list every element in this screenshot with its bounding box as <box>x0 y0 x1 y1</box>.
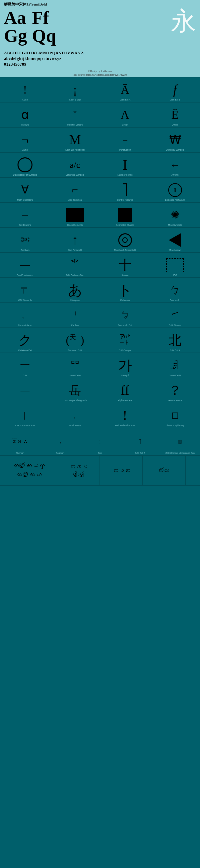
symbol-boxdrawing: ─ <box>22 211 28 219</box>
symbol-alphabeticpf: ff <box>121 384 129 397</box>
symbol-numberforms: I <box>123 158 127 172</box>
label-boxdrawing: Box Drawing <box>0 224 50 226</box>
digits: 0123456789 <box>4 62 196 67</box>
symbol-smallforms: ﹐ <box>72 412 79 419</box>
header-section: 狮尾简中宋体JP SemiBold Aa Gg Ff Qq 永 <box>0 0 200 49</box>
font-title: 狮尾简中宋体JP SemiBold <box>4 2 196 7</box>
grid-cell-misctech: ⌐ Misc Technical <box>50 178 100 203</box>
grid-cell-numberforms: I Number Forms <box>100 152 150 178</box>
symbol-geomshapes <box>118 208 132 222</box>
grid-cell-latin1sup: ¡ Latin 1 Sup <box>50 77 100 102</box>
label-skri: Skri <box>80 452 120 454</box>
label-greek: Greek <box>100 124 150 126</box>
grid-cell-halfandfull: ！ Half And Full Forms <box>100 403 150 428</box>
grid-cell-cyrillic: Ë Cyrillic <box>150 102 200 127</box>
script-cell-cjkextb: 𠀀 CJK Ext B <box>120 428 160 456</box>
grid-cell-kanbun: ㆐ Kanbun <box>50 303 100 328</box>
label-ascii: ASCII <box>0 98 50 101</box>
symbol-miscmathb <box>118 233 132 247</box>
grid-cell-suppunct: —— Sup Punctuation <box>0 253 50 278</box>
grid-cell-ipaext: ɑ IPA Ext <box>0 102 50 127</box>
symbol-cjksymbols: 〒 <box>20 285 30 295</box>
label-dingbats: Dingbats <box>0 249 50 251</box>
symbol-latin1sup: ¡ <box>73 84 77 96</box>
label-jamoexta: Jamo Ext A <box>50 374 100 377</box>
grid-cell-cjkcompatforms: ︱ CJK Compat Forms <box>0 403 50 428</box>
grid-cell-dingbats: ✄ Dingbats <box>0 227 50 253</box>
symbol-enclosedal: 1 <box>168 183 182 197</box>
grid-cell-diacriticals: Diacriticals For Symbols <box>0 152 50 178</box>
label-katakanaext: Katakana Ext <box>0 349 50 351</box>
grid-cell-arrows: ← Arrows <box>150 152 200 178</box>
symbol-diacriticals <box>17 157 33 173</box>
script-cell-skri: ! Skri <box>80 428 120 456</box>
grid-cell-idc: IDC <box>150 253 200 278</box>
grid-cell-punctuation: – Punctuation <box>100 127 150 152</box>
label-latinextadd: Latin Ext Additional <box>50 149 100 151</box>
symbol-mathops: ∀ <box>21 184 29 195</box>
symbol-hangul: 가 <box>118 358 132 372</box>
glyph-grid: ! ASCII ¡ Latin 1 Sup Ā Latin Ext A f La… <box>0 77 200 428</box>
final-symbol-3: ꩡꩢꩣ <box>112 467 130 474</box>
grid-cell-verticalforms: ？ Vertical Forms <box>150 378 200 403</box>
label-cjkstrokes: CJK Strokes <box>150 324 200 327</box>
label-geomshapes: Geometric Shapes <box>100 224 150 226</box>
script-row-1: 𑀃𑀅𑀇 Shenian ، Sogdian ! Skri 𠀀 CJK Ext B… <box>0 428 200 456</box>
final-symbol-4: ꩒꩓ <box>159 467 169 474</box>
grid-cell-blockelems: Block Elements <box>50 203 100 227</box>
grid-cell-bopomofo: ㄅ Bopomofo <box>150 278 200 303</box>
grid-cell-controlpic: ⎤ Control Pictures <box>100 178 150 203</box>
symbol-cjkcompatideosup: 𢀀𢀁 <box>178 439 182 444</box>
label-misctech: Misc Technical <box>50 199 100 201</box>
symbol-modletters: ˇ <box>73 110 77 120</box>
label-enclosedal: Enclosed Alphanum <box>150 199 200 201</box>
copyright: © Design by fontke.com <box>0 69 200 73</box>
label-currency: Currency Symbols <box>150 149 200 151</box>
symbol-cjkcompat: ㌀ <box>120 335 130 346</box>
grid-cell-enclosedal: 1 Enclosed Alphanum <box>150 178 200 203</box>
label-hangul: Hangul <box>100 374 150 377</box>
symbol-kanbun: ㆐ <box>71 311 80 320</box>
grid-cell-katakana: ト Katakana <box>100 278 150 303</box>
label-smallforms: Small Forms <box>50 424 100 427</box>
symbol-cyrillic: Ë <box>171 109 178 121</box>
symbol-jamoexta: ꥠ <box>70 361 80 370</box>
sample-latin: Aa Gg <box>4 9 27 45</box>
symbol-miscsymbols: ✺ <box>171 210 179 220</box>
symbol-compatjamo: 、 <box>22 312 29 319</box>
sample-latin2: Ff Qq <box>32 9 56 45</box>
label-blockelems: Block Elements <box>50 224 100 226</box>
label-suparrowsb: Sup Arrows B <box>50 249 100 251</box>
label-cjk: CJK <box>0 374 50 377</box>
symbol-cjk: 一 <box>20 360 30 370</box>
label-diacriticals: Diacriticals For Symbols <box>0 174 50 176</box>
symbol-skri: ! <box>99 438 101 445</box>
grid-cell-smallforms: ﹐ Small Forms <box>50 403 100 428</box>
label-modletters: Modifier Letters <box>50 124 100 126</box>
symbol-letterlike: a/c <box>70 160 80 169</box>
symbol-shenian: 𑀃𑀅𑀇 <box>12 438 28 445</box>
label-cjkextb: CJK Ext B <box>120 452 160 454</box>
alphabet-section: ABCDEFGHIJKLMNOPQRSTUVWXYZ abcdefghijklm… <box>0 49 200 69</box>
grid-cell-cjkstrokes: ㇀ CJK Strokes <box>150 303 200 328</box>
symbol-latinextb: f <box>173 83 177 96</box>
alphabet-lower: abcdefghijklmnopqrstuvwxyz <box>4 56 196 61</box>
label-compatjamo: Compat Jamo <box>0 324 50 327</box>
symbol-misctech: ⌐ <box>72 184 78 195</box>
grid-cell-greek: Λ Greek <box>100 102 150 127</box>
grid-cell-jamoexta: ꥠ Jamo Ext A <box>50 353 100 378</box>
grid-cell-geomshapes: Geometric Shapes <box>100 203 150 227</box>
symbol-sogdian: ، <box>59 438 61 445</box>
label-cjkcompatideosup: CJK Compat Ideographs Sup <box>160 452 200 454</box>
final-cell-1: ꩡ꩒ꩣꩤꩥꩡ꩒ꩣꩤ <box>0 456 57 486</box>
grid-cell-latinexta: Ā Latin Ext A <box>100 77 150 102</box>
symbol-cjkcompatideographs: 岳 <box>69 384 81 396</box>
symbol-suppunct: —— <box>20 262 30 268</box>
grid-cell-latinextadd: M Latin Ext Additional <box>50 127 100 152</box>
label-letterlike: Letterlike Symbols <box>50 174 100 176</box>
grid-cell-ascii: ! ASCII <box>0 77 50 102</box>
sample-gg: Gg <box>4 27 27 45</box>
symbol-jamoextb: ힰ <box>170 360 180 370</box>
symbol-blank: — <box>21 386 30 395</box>
final-cell-5: — <box>186 456 200 486</box>
